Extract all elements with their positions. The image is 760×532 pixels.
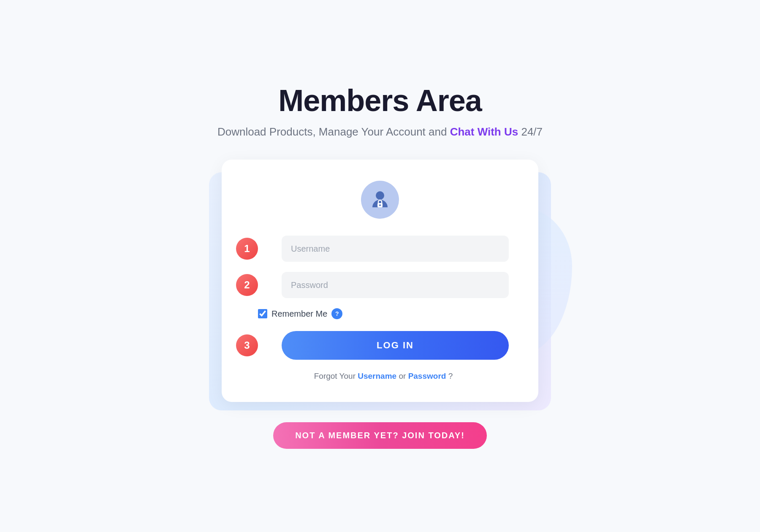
login-row: 3 LOG IN — [251, 331, 509, 360]
forgot-row: Forgot Your Username or Password ? — [251, 372, 509, 381]
forgot-username-link[interactable]: Username — [358, 372, 396, 380]
remember-me-row: Remember Me ? — [251, 308, 509, 319]
login-card: 1 2 Remember Me ? 3 LOG IN Forgot You — [222, 160, 538, 402]
join-today-button[interactable]: NOT A MEMBER YET? JOIN TODAY! — [273, 422, 487, 449]
username-row: 1 — [251, 236, 509, 262]
svg-point-0 — [376, 191, 384, 200]
forgot-or: or — [399, 372, 408, 380]
step-1-badge: 1 — [236, 238, 258, 260]
subtitle-prefix: Download Products, Manage Your Account a… — [217, 125, 450, 138]
card-outer: 1 2 Remember Me ? 3 LOG IN Forgot You — [222, 160, 538, 402]
step-2-badge: 2 — [236, 274, 258, 296]
subtitle: Download Products, Manage Your Account a… — [217, 125, 543, 138]
avatar-wrapper — [251, 181, 509, 219]
forgot-suffix: ? — [448, 372, 453, 380]
password-input[interactable] — [282, 272, 509, 298]
avatar — [361, 181, 399, 219]
step-3-badge: 3 — [236, 334, 258, 356]
username-input[interactable] — [282, 236, 509, 262]
forgot-prefix: Forgot Your — [314, 372, 358, 380]
page-wrapper: Members Area Download Products, Manage Y… — [0, 66, 760, 466]
password-row: 2 — [251, 272, 509, 298]
remember-me-label[interactable]: Remember Me — [271, 309, 327, 319]
svg-point-2 — [379, 204, 381, 206]
login-button[interactable]: LOG IN — [282, 331, 509, 360]
forgot-password-link[interactable]: Password — [408, 372, 446, 380]
chat-with-us-link[interactable]: Chat With Us — [450, 125, 518, 138]
user-lock-icon — [369, 189, 391, 211]
remember-me-checkbox[interactable] — [258, 309, 267, 318]
join-button-wrapper: NOT A MEMBER YET? JOIN TODAY! — [273, 422, 487, 449]
subtitle-suffix: 24/7 — [521, 125, 543, 138]
help-icon[interactable]: ? — [331, 308, 342, 319]
page-title: Members Area — [278, 83, 482, 118]
